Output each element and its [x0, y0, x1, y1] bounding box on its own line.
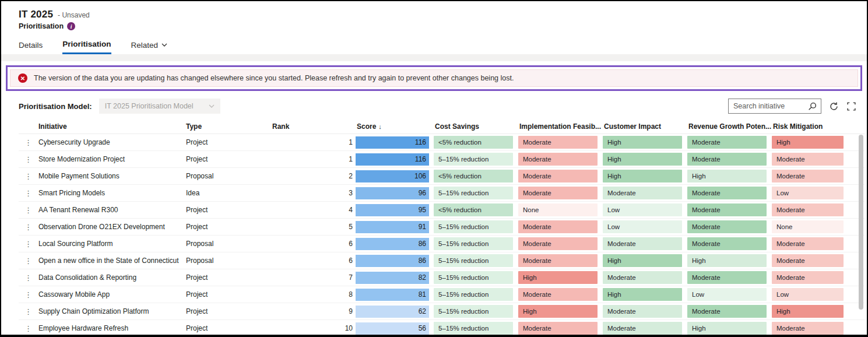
column-header-risk-mitigation[interactable]: Risk Mitigation [772, 122, 849, 131]
risk-mitigation-pill[interactable]: High [772, 136, 844, 149]
customer-impact-pill[interactable]: Moderate [603, 271, 682, 284]
table-row[interactable]: ⋮ Smart Pricing Models Idea 3 96 5–15% r… [19, 185, 865, 202]
row-menu-icon[interactable]: ⋮ [19, 156, 37, 163]
risk-mitigation-pill[interactable]: High [772, 305, 844, 318]
tab-related[interactable]: Related [131, 40, 168, 54]
revenue-growth-pill[interactable]: Moderate [687, 153, 767, 166]
table-row[interactable]: ⋮ Store Modernization Project Project 1 … [19, 151, 865, 168]
row-menu-icon[interactable]: ⋮ [19, 274, 37, 282]
customer-impact-pill[interactable]: Moderate [603, 305, 682, 318]
cost-savings-pill[interactable]: <5% reduction [434, 203, 513, 216]
row-menu-icon[interactable]: ⋮ [19, 308, 37, 315]
search-input[interactable] [733, 102, 807, 110]
cost-savings-pill[interactable]: 5–15% reduction [434, 288, 513, 301]
row-menu-icon[interactable]: ⋮ [19, 325, 37, 332]
customer-impact-pill[interactable]: Low [603, 220, 682, 233]
revenue-growth-pill[interactable]: High [687, 170, 767, 182]
cost-savings-pill[interactable]: 5–15% reduction [434, 187, 513, 199]
cost-savings-pill[interactable]: 5–15% reduction [434, 153, 513, 166]
cost-savings-pill[interactable]: <5% reduction [434, 170, 513, 182]
implementation-feasibility-pill[interactable]: Moderate [518, 153, 598, 166]
customer-impact-pill[interactable]: High [603, 254, 682, 267]
table-row[interactable]: ⋮ Cybersecurity Upgrade Project 1 116 <5… [19, 134, 865, 151]
table-row[interactable]: ⋮ Local Sourcing Platform Proposal 6 86 … [19, 236, 865, 252]
revenue-growth-pill[interactable]: Moderate [687, 136, 767, 149]
cost-savings-pill[interactable]: 5–15% reduction [434, 271, 513, 284]
implementation-feasibility-pill[interactable]: Moderate [518, 288, 598, 301]
table-row[interactable]: ⋮ Data Consolidation & Reporting Project… [19, 269, 865, 286]
cost-savings-pill[interactable]: 5–15% reduction [434, 254, 513, 267]
implementation-feasibility-pill[interactable]: Moderate [518, 254, 598, 267]
risk-mitigation-pill[interactable]: Moderate [772, 237, 844, 250]
vertical-scrollbar[interactable] [859, 134, 863, 337]
customer-impact-pill[interactable]: Moderate [603, 187, 682, 199]
revenue-growth-pill[interactable]: High [687, 254, 767, 267]
column-header-implementation-feasibility[interactable]: Implementation Feasib... [518, 122, 603, 131]
tab-details[interactable]: Details [19, 40, 43, 54]
revenue-growth-pill[interactable]: Moderate [687, 203, 767, 216]
implementation-feasibility-pill[interactable]: Moderate [518, 220, 598, 233]
implementation-feasibility-pill[interactable]: None [518, 203, 598, 216]
row-menu-icon[interactable]: ⋮ [19, 139, 37, 146]
risk-mitigation-pill[interactable]: Moderate [772, 203, 844, 216]
implementation-feasibility-pill[interactable]: Moderate [518, 170, 598, 182]
revenue-growth-pill[interactable]: Moderate [687, 220, 767, 233]
row-menu-icon[interactable]: ⋮ [19, 257, 37, 265]
risk-mitigation-pill[interactable]: Low [772, 288, 844, 301]
customer-impact-pill[interactable]: High [603, 288, 682, 301]
revenue-growth-pill[interactable]: Moderate [687, 271, 767, 284]
row-menu-icon[interactable]: ⋮ [19, 173, 37, 180]
implementation-feasibility-pill[interactable]: Moderate [518, 237, 598, 250]
info-icon[interactable]: i [67, 22, 75, 30]
cost-savings-pill[interactable]: 5–15% reduction [434, 322, 513, 335]
cost-savings-pill[interactable]: 5–15% reduction [434, 220, 513, 233]
implementation-feasibility-pill[interactable]: High [518, 305, 598, 318]
customer-impact-pill[interactable]: Low [603, 203, 682, 216]
column-header-cost-savings[interactable]: Cost Savings [434, 122, 518, 131]
risk-mitigation-pill[interactable]: Moderate [772, 153, 844, 166]
search-icon[interactable] [807, 101, 817, 111]
implementation-feasibility-pill[interactable]: Moderate [518, 322, 598, 335]
table-row[interactable]: ⋮ Mobile Payment Solutions Proposal 2 10… [19, 168, 865, 185]
row-menu-icon[interactable]: ⋮ [19, 223, 37, 231]
risk-mitigation-pill[interactable]: Low [772, 187, 844, 199]
table-row[interactable]: ⋮ AA Tenant Renewal R300 Project 4 95 <5… [19, 202, 865, 219]
customer-impact-pill[interactable]: Moderate [603, 322, 682, 335]
risk-mitigation-pill[interactable]: Moderate [772, 170, 844, 182]
revenue-growth-pill[interactable]: Low [687, 288, 767, 301]
customer-impact-pill[interactable]: High [603, 153, 682, 166]
revenue-growth-pill[interactable]: High [687, 322, 767, 335]
column-header-customer-impact[interactable]: Customer Impact [603, 122, 687, 131]
row-menu-icon[interactable]: ⋮ [19, 206, 37, 214]
cost-savings-pill[interactable]: 5–15% reduction [434, 305, 513, 318]
column-header-score[interactable]: Score ↓ [356, 122, 434, 131]
tab-prioritisation[interactable]: Prioritisation [62, 40, 111, 54]
customer-impact-pill[interactable]: High [603, 170, 682, 182]
risk-mitigation-pill[interactable]: Moderate [772, 271, 844, 284]
risk-mitigation-pill[interactable]: Moderate [772, 254, 844, 267]
customer-impact-pill[interactable]: Moderate [603, 237, 682, 250]
column-header-initiative[interactable]: Initiative [37, 122, 185, 131]
column-header-revenue-growth-potential[interactable]: Revenue Growth Poten... [687, 122, 772, 131]
customer-impact-pill[interactable]: High [603, 136, 682, 149]
revenue-growth-pill[interactable]: Moderate [687, 237, 767, 250]
cost-savings-pill[interactable]: <5% reduction [434, 136, 513, 149]
row-menu-icon[interactable]: ⋮ [19, 240, 37, 248]
row-menu-icon[interactable]: ⋮ [19, 291, 37, 299]
table-row[interactable]: ⋮ Open a new office in the State of Conn… [19, 252, 865, 269]
row-menu-icon[interactable]: ⋮ [19, 189, 37, 197]
table-row[interactable]: ⋮ Cassowary Mobile App Project 8 81 5–15… [19, 286, 865, 303]
column-header-type[interactable]: Type [185, 122, 272, 131]
expand-fullscreen-icon[interactable] [846, 101, 856, 111]
table-row[interactable]: ⋮ Employee Hardware Refresh Project 10 5… [19, 320, 865, 337]
table-row[interactable]: ⋮ Observation Drone O21EX Development Pr… [19, 219, 865, 236]
cost-savings-pill[interactable]: 5–15% reduction [434, 237, 513, 250]
implementation-feasibility-pill[interactable]: Moderate [518, 136, 598, 149]
column-header-rank[interactable]: Rank [272, 122, 356, 131]
revenue-growth-pill[interactable]: Moderate [687, 305, 767, 318]
implementation-feasibility-pill[interactable]: High [518, 271, 598, 284]
risk-mitigation-pill[interactable]: Moderate [772, 322, 844, 335]
refresh-icon[interactable] [829, 101, 839, 111]
risk-mitigation-pill[interactable]: None [772, 220, 844, 233]
implementation-feasibility-pill[interactable]: Moderate [518, 187, 598, 199]
